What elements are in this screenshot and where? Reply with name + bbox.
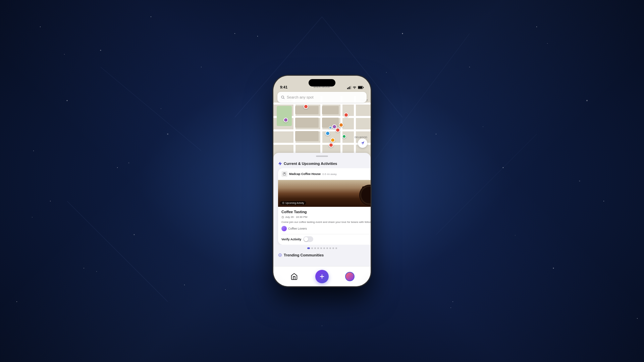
wifi-icon — [353, 86, 357, 89]
pagination-dots — [273, 245, 371, 252]
dot-6[interactable] — [326, 247, 328, 249]
dot-9[interactable] — [335, 247, 337, 249]
svg-point-19 — [503, 167, 504, 168]
signal-icon — [347, 86, 351, 89]
svg-point-6 — [117, 167, 118, 168]
svg-point-2 — [151, 16, 151, 17]
svg-point-16 — [536, 26, 537, 27]
venue-icon — [281, 171, 287, 177]
activity-cards-container: Madcap Coffee House 0.6 mi away — [273, 168, 371, 245]
dot-3[interactable] — [317, 247, 319, 249]
svg-point-0 — [40, 26, 41, 27]
map-pin-red2[interactable] — [344, 113, 348, 117]
clock-icon — [282, 202, 284, 204]
activities-section-header: Current & Upcoming Activities — [273, 160, 371, 168]
card-title-row: Coffee Tasting ··· — [281, 209, 371, 214]
map-road — [354, 96, 356, 158]
dot-0[interactable] — [307, 247, 310, 249]
search-bar[interactable]: Search any spot — [277, 92, 367, 103]
svg-point-23 — [452, 301, 453, 302]
svg-point-17 — [586, 100, 588, 101]
map-pin-blue[interactable] — [325, 131, 330, 136]
svg-rect-37 — [363, 87, 364, 88]
svg-point-7 — [167, 133, 168, 135]
map-pin-cluster[interactable] — [335, 128, 340, 132]
card-meta-row: July 26 · 16:30 PM Verified by 10 locals — [281, 216, 371, 219]
venue-distance: 0.6 mi away — [322, 173, 337, 176]
event-date: July 26 · 16:30 PM — [285, 216, 307, 219]
plus-icon — [319, 274, 325, 280]
card-title: Coffee Tasting — [281, 210, 307, 214]
toggle-knob — [304, 237, 308, 241]
svg-point-20 — [603, 201, 604, 201]
trending-icon — [278, 253, 282, 257]
battery-icon — [358, 86, 364, 89]
search-placeholder: Search any spot — [287, 95, 314, 99]
building-icon — [283, 172, 286, 176]
svg-point-15 — [469, 67, 470, 67]
map-pin-red3[interactable] — [329, 143, 333, 147]
dot-1[interactable] — [311, 247, 313, 249]
card-actions-row: Verify Activity — [281, 234, 371, 242]
card-body: Coffee Tasting ··· July 26 · 16:30 PM — [278, 207, 371, 245]
dot-8[interactable] — [332, 247, 334, 249]
activities-icon — [278, 162, 282, 166]
trending-section-header: Trending Communities — [273, 252, 371, 258]
svg-point-10 — [134, 234, 135, 235]
svg-point-18 — [436, 134, 436, 134]
nav-add-button[interactable] — [315, 270, 329, 283]
svg-line-26 — [369, 34, 470, 168]
svg-rect-36 — [358, 86, 362, 88]
status-time: 9:41 — [280, 85, 287, 89]
phone-frame: 9:41 — [273, 76, 371, 286]
activity-badge-text: Upcoming Activity — [285, 202, 304, 204]
dot-7[interactable] — [329, 247, 331, 249]
dot-2[interactable] — [314, 247, 316, 249]
status-icons — [347, 86, 364, 89]
card-venue-info: Madcap Coffee House 0.6 mi away — [281, 171, 337, 177]
map-park — [277, 106, 292, 126]
svg-line-25 — [101, 67, 201, 151]
card-date: July 26 · 16:30 PM — [281, 216, 307, 219]
map-label-delwood: DELWOOD — [355, 136, 367, 138]
navigate-icon — [360, 141, 365, 145]
dot-5[interactable] — [323, 247, 325, 249]
svg-point-11 — [84, 268, 84, 268]
activity-badge: Upcoming Activity — [280, 201, 306, 205]
trending-title: Trending Communities — [284, 253, 324, 257]
map-block — [295, 131, 319, 141]
svg-point-3 — [201, 67, 202, 67]
svg-rect-31 — [347, 88, 348, 89]
card-venue-row: Madcap Coffee House 0.6 mi away — [278, 168, 371, 180]
phone-screen: 9:41 — [273, 76, 371, 286]
map-pin-purple[interactable] — [283, 118, 288, 122]
svg-point-22 — [553, 268, 554, 269]
svg-point-9 — [50, 201, 51, 201]
svg-line-27 — [67, 201, 168, 302]
map-pin-orange[interactable] — [339, 123, 343, 127]
dot-4[interactable] — [320, 247, 322, 249]
svg-point-1 — [100, 50, 101, 51]
card-community-row[interactable]: Coffee Lovers more info — [281, 226, 371, 231]
map-pin-yellow[interactable] — [330, 138, 335, 142]
card-description: Come join our coffee tasting event and s… — [281, 220, 371, 224]
map-pin-red[interactable] — [304, 104, 308, 109]
dynamic-island — [309, 79, 335, 86]
verify-activity-label: Verify Activity — [281, 238, 301, 241]
search-icon — [281, 95, 285, 99]
activity-card-coffee[interactable]: Madcap Coffee House 0.6 mi away — [278, 168, 371, 245]
svg-rect-32 — [348, 87, 349, 89]
svg-point-8 — [234, 33, 235, 34]
map-block — [322, 106, 339, 114]
nav-profile[interactable] — [342, 269, 357, 284]
nav-home[interactable] — [287, 269, 302, 284]
location-button[interactable] — [358, 138, 367, 148]
card-image: Upcoming Activity 22 · 22 · 10 — [278, 180, 371, 207]
verify-toggle[interactable] — [303, 236, 313, 242]
svg-point-24 — [637, 318, 638, 319]
home-icon — [290, 273, 298, 280]
svg-point-5 — [33, 150, 34, 151]
map-pin-green[interactable] — [342, 134, 346, 138]
svg-point-14 — [402, 33, 403, 34]
venue-name: Madcap Coffee House — [289, 172, 321, 176]
